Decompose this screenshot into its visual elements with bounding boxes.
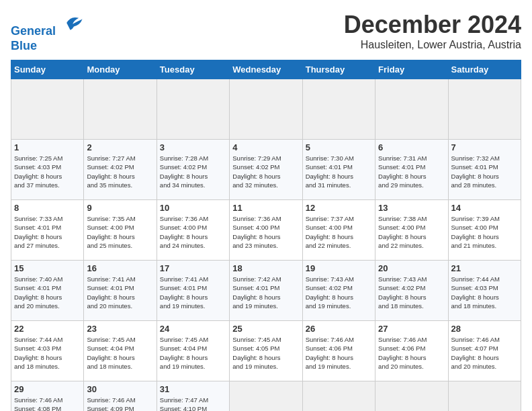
calendar-day-cell: 29Sunrise: 7:46 AM Sunset: 4:08 PM Dayli…: [11, 381, 84, 411]
day-number: 29: [14, 384, 81, 394]
day-info: Sunrise: 7:47 AM Sunset: 4:10 PM Dayligh…: [160, 396, 226, 411]
day-number: 18: [232, 263, 299, 273]
day-number: 15: [14, 263, 81, 273]
weekday-header-wednesday: Wednesday: [230, 60, 302, 79]
month-title: December 2024: [344, 11, 521, 39]
calendar-day-cell: [230, 381, 302, 411]
day-info: Sunrise: 7:37 AM Sunset: 4:00 PM Dayligh…: [306, 214, 372, 250]
weekday-header-thursday: Thursday: [302, 60, 375, 79]
logo: General Blue: [11, 11, 86, 53]
day-number: 4: [232, 142, 299, 152]
calendar-day-cell: [302, 381, 375, 411]
day-number: 19: [306, 263, 372, 273]
day-number: 31: [160, 384, 226, 394]
day-info: Sunrise: 7:27 AM Sunset: 4:02 PM Dayligh…: [87, 154, 153, 189]
calendar-day-cell: 18Sunrise: 7:42 AM Sunset: 4:01 PM Dayli…: [230, 261, 302, 321]
day-info: Sunrise: 7:32 AM Sunset: 4:01 PM Dayligh…: [451, 154, 518, 189]
day-number: 1: [14, 142, 81, 152]
calendar-day-cell: 6Sunrise: 7:31 AM Sunset: 4:01 PM Daylig…: [375, 140, 448, 200]
calendar-day-cell: [302, 79, 375, 140]
day-info: Sunrise: 7:36 AM Sunset: 4:00 PM Dayligh…: [160, 214, 226, 250]
day-info: Sunrise: 7:39 AM Sunset: 4:00 PM Dayligh…: [451, 214, 518, 250]
calendar-day-cell: 8Sunrise: 7:33 AM Sunset: 4:01 PM Daylig…: [11, 200, 84, 261]
weekday-header-sunday: Sunday: [11, 60, 84, 79]
calendar-day-cell: 11Sunrise: 7:36 AM Sunset: 4:00 PM Dayli…: [230, 200, 302, 261]
day-number: 12: [306, 203, 372, 213]
calendar-day-cell: 5Sunrise: 7:30 AM Sunset: 4:01 PM Daylig…: [302, 140, 375, 200]
calendar-table: SundayMondayTuesdayWednesdayThursdayFrid…: [11, 60, 521, 411]
calendar-day-cell: 26Sunrise: 7:46 AM Sunset: 4:06 PM Dayli…: [302, 321, 375, 381]
day-info: Sunrise: 7:35 AM Sunset: 4:00 PM Dayligh…: [87, 214, 153, 250]
calendar-day-cell: 25Sunrise: 7:45 AM Sunset: 4:05 PM Dayli…: [230, 321, 302, 381]
location-title: Hausleiten, Lower Austria, Austria: [344, 39, 521, 51]
day-number: 5: [306, 142, 372, 152]
calendar-week-row: 29Sunrise: 7:46 AM Sunset: 4:08 PM Dayli…: [11, 381, 521, 411]
day-number: 13: [378, 203, 445, 213]
day-number: 17: [160, 263, 226, 273]
day-info: Sunrise: 7:46 AM Sunset: 4:09 PM Dayligh…: [87, 396, 153, 411]
calendar-day-cell: 16Sunrise: 7:41 AM Sunset: 4:01 PM Dayli…: [84, 261, 157, 321]
weekday-header-friday: Friday: [375, 60, 448, 79]
day-number: 30: [87, 384, 153, 394]
calendar-day-cell: 2Sunrise: 7:27 AM Sunset: 4:02 PM Daylig…: [84, 140, 157, 200]
calendar-day-cell: [448, 381, 521, 411]
calendar-week-row: 15Sunrise: 7:40 AM Sunset: 4:01 PM Dayli…: [11, 261, 521, 321]
title-block: December 2024 Hausleiten, Lower Austria,…: [344, 11, 521, 51]
day-info: Sunrise: 7:44 AM Sunset: 4:03 PM Dayligh…: [14, 335, 81, 371]
day-number: 14: [451, 203, 518, 213]
logo-text: General: [11, 11, 86, 39]
calendar-day-cell: 13Sunrise: 7:38 AM Sunset: 4:00 PM Dayli…: [375, 200, 448, 261]
day-info: Sunrise: 7:44 AM Sunset: 4:03 PM Dayligh…: [451, 275, 518, 310]
day-number: 10: [160, 203, 226, 213]
day-number: 11: [232, 203, 299, 213]
day-number: 25: [232, 324, 299, 334]
calendar-day-cell: 4Sunrise: 7:29 AM Sunset: 4:02 PM Daylig…: [230, 140, 302, 200]
day-info: Sunrise: 7:46 AM Sunset: 4:07 PM Dayligh…: [451, 335, 518, 371]
calendar-day-cell: [375, 381, 448, 411]
day-info: Sunrise: 7:41 AM Sunset: 4:01 PM Dayligh…: [160, 275, 226, 310]
day-info: Sunrise: 7:28 AM Sunset: 4:02 PM Dayligh…: [160, 154, 226, 189]
day-number: 28: [451, 324, 518, 334]
day-number: 7: [451, 142, 518, 152]
day-info: Sunrise: 7:45 AM Sunset: 4:05 PM Dayligh…: [232, 335, 299, 371]
day-number: 6: [378, 142, 445, 152]
day-number: 3: [160, 142, 226, 152]
day-info: Sunrise: 7:40 AM Sunset: 4:01 PM Dayligh…: [14, 275, 81, 310]
day-info: Sunrise: 7:45 AM Sunset: 4:04 PM Dayligh…: [87, 335, 153, 371]
calendar-day-cell: 20Sunrise: 7:43 AM Sunset: 4:02 PM Dayli…: [375, 261, 448, 321]
day-number: 16: [87, 263, 153, 273]
calendar-week-row: [11, 79, 521, 140]
day-number: 26: [306, 324, 372, 334]
calendar-day-cell: 30Sunrise: 7:46 AM Sunset: 4:09 PM Dayli…: [84, 381, 157, 411]
day-info: Sunrise: 7:45 AM Sunset: 4:04 PM Dayligh…: [160, 335, 226, 371]
calendar-day-cell: 3Sunrise: 7:28 AM Sunset: 4:02 PM Daylig…: [157, 140, 229, 200]
calendar-day-cell: 19Sunrise: 7:43 AM Sunset: 4:02 PM Dayli…: [302, 261, 375, 321]
day-info: Sunrise: 7:38 AM Sunset: 4:00 PM Dayligh…: [378, 214, 445, 250]
calendar-day-cell: [375, 79, 448, 140]
day-number: 20: [378, 263, 445, 273]
calendar-day-cell: 31Sunrise: 7:47 AM Sunset: 4:10 PM Dayli…: [157, 381, 229, 411]
day-info: Sunrise: 7:33 AM Sunset: 4:01 PM Dayligh…: [14, 214, 81, 250]
day-number: 21: [451, 263, 518, 273]
day-info: Sunrise: 7:36 AM Sunset: 4:00 PM Dayligh…: [232, 214, 299, 250]
day-info: Sunrise: 7:29 AM Sunset: 4:02 PM Dayligh…: [232, 154, 299, 189]
weekday-header-monday: Monday: [84, 60, 157, 79]
calendar-day-cell: 10Sunrise: 7:36 AM Sunset: 4:00 PM Dayli…: [157, 200, 229, 261]
logo-blue: Blue: [11, 39, 86, 54]
day-info: Sunrise: 7:43 AM Sunset: 4:02 PM Dayligh…: [378, 275, 445, 310]
day-info: Sunrise: 7:30 AM Sunset: 4:01 PM Dayligh…: [306, 154, 372, 189]
calendar-day-cell: 22Sunrise: 7:44 AM Sunset: 4:03 PM Dayli…: [11, 321, 84, 381]
calendar-day-cell: 9Sunrise: 7:35 AM Sunset: 4:00 PM Daylig…: [84, 200, 157, 261]
day-info: Sunrise: 7:25 AM Sunset: 4:03 PM Dayligh…: [14, 154, 81, 189]
logo-general: General: [11, 24, 56, 38]
weekday-header-tuesday: Tuesday: [157, 60, 229, 79]
calendar-day-cell: [448, 79, 521, 140]
calendar-day-cell: [84, 79, 157, 140]
calendar-week-row: 1Sunrise: 7:25 AM Sunset: 4:03 PM Daylig…: [11, 140, 521, 200]
day-number: 24: [160, 324, 226, 334]
day-number: 27: [378, 324, 445, 334]
day-info: Sunrise: 7:41 AM Sunset: 4:01 PM Dayligh…: [87, 275, 153, 310]
calendar-day-cell: 23Sunrise: 7:45 AM Sunset: 4:04 PM Dayli…: [84, 321, 157, 381]
weekday-header-row: SundayMondayTuesdayWednesdayThursdayFrid…: [11, 60, 521, 79]
day-info: Sunrise: 7:46 AM Sunset: 4:08 PM Dayligh…: [14, 396, 81, 411]
